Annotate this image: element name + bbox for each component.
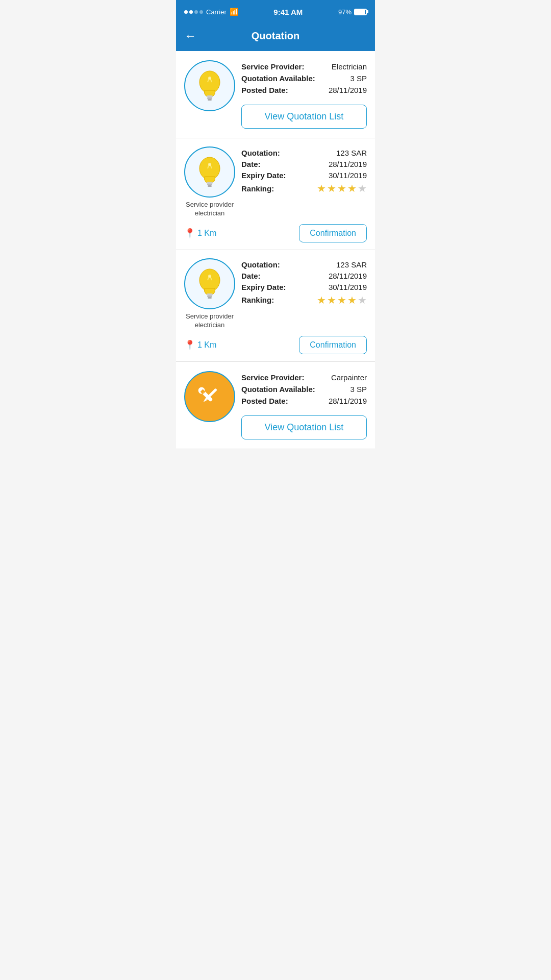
svg-rect-12 [207,296,212,297]
date-row-1: Date: 28/11/2019 [241,160,367,168]
status-time: 9:41 AM [273,8,303,16]
service-provider-row: Service Provider: Electrician [241,62,367,71]
carpenter-service-label: Service Provider: [241,373,304,382]
status-left: Carrier 📶 [184,8,238,16]
carpenter-posted-value: 28/11/2019 [329,397,367,405]
quotation-available-value: 3 SP [350,74,367,83]
svg-rect-6 [207,182,213,184]
battery-icon [354,9,367,15]
back-button[interactable]: ← [184,29,196,43]
quote-2-footer: 📍 1 Km Confirmation [184,330,367,361]
quote-2-main: Service providerelectrician Quotation: 1… [184,258,367,330]
star-1-5: ★ [358,182,367,194]
carpenter-service-value: Carpainter [331,373,367,382]
electrician-listing-row: Service Provider: Electrician Quotation … [184,60,367,129]
electrician-info-block: Service Provider: Electrician Quotation … [241,60,367,129]
bulb-svg-2 [194,154,225,190]
expiry-value-1: 30/11/2019 [329,171,367,180]
svg-point-10 [199,269,220,291]
tools-svg [196,382,224,410]
signal-indicator [184,10,203,14]
date-value-2: 28/11/2019 [329,272,367,280]
confirmation-button-1[interactable]: Confirmation [299,224,367,242]
date-row-2: Date: 28/11/2019 [241,272,367,280]
provider-label-2: Service providerelectrician [186,312,234,330]
electrician-quote-card-1: Service providerelectrician Quotation: 1… [176,138,375,250]
view-quotation-list-button-1[interactable]: View Quotation List [241,105,367,129]
location-distance-2: 1 Km [197,340,216,350]
quotation-available-row: Quotation Available: 3 SP [241,74,367,83]
page-title: Quotation [252,30,299,42]
star-2-3: ★ [337,294,346,306]
quotation-available-label: Quotation Available: [241,74,315,83]
star-2-2: ★ [327,294,336,306]
svg-point-14 [208,275,211,278]
carpenter-quotation-row: Quotation Available: 3 SP [241,385,367,394]
expiry-label-2: Expiry Date: [241,283,286,291]
date-value-1: 28/11/2019 [329,160,367,168]
carpenter-listing-row: Service Provider: Carpainter Quotation A… [184,371,367,439]
date-label-2: Date: [241,272,261,280]
carpenter-posted-label: Posted Date: [241,397,288,405]
header: ← Quotation [176,22,375,51]
signal-dot-4 [199,10,203,14]
location-distance-1: 1 Km [197,229,216,238]
ranking-stars-2: ★ ★ ★ ★ ★ [317,294,367,306]
quote-2-avatar [184,258,235,309]
carpenter-service-provider-row: Service Provider: Carpainter [241,373,367,382]
svg-point-9 [208,163,211,166]
posted-date-row: Posted Date: 28/11/2019 [241,86,367,94]
expiry-label-1: Expiry Date: [241,171,286,180]
quotation-amount-row-1: Quotation: 123 SAR [241,149,367,157]
provider-label-1: Service providerelectrician [186,201,234,218]
view-quotation-list-button-2[interactable]: View Quotation List [241,415,367,439]
star-2-1: ★ [317,294,326,306]
battery-fill [355,10,365,14]
quote-1-avatar [184,146,235,198]
carpenter-avatar [184,371,235,422]
wifi-icon: 📶 [230,8,238,16]
star-2-5: ★ [358,294,367,306]
content: Service Provider: Electrician Quotation … [176,51,375,449]
ranking-stars-1: ★ ★ ★ ★ ★ [317,182,367,194]
quote-2-avatar-group: Service providerelectrician [184,258,235,330]
expiry-row-1: Expiry Date: 30/11/2019 [241,171,367,180]
ranking-label-1: Ranking: [241,184,274,193]
quote-1-main: Service providerelectrician Quotation: 1… [184,146,367,218]
posted-date-label: Posted Date: [241,86,288,94]
svg-point-4 [208,77,211,80]
quote-1-avatar-group: Service providerelectrician [184,146,235,218]
quotation-value-1: 123 SAR [336,149,367,157]
ranking-row-1: Ranking: ★ ★ ★ ★ ★ [241,182,367,194]
svg-rect-1 [207,95,213,97]
signal-dot-2 [189,10,193,14]
carpenter-quotation-label: Quotation Available: [241,385,315,394]
star-1-3: ★ [337,182,346,194]
svg-rect-11 [207,293,213,296]
confirmation-button-2[interactable]: Confirmation [299,336,367,354]
carpenter-info-block: Service Provider: Carpainter Quotation A… [241,371,367,439]
svg-rect-3 [208,99,212,101]
location-1: 📍 1 Km [184,228,216,239]
bulb-svg [194,68,225,104]
carpenter-listing-card: Service Provider: Carpainter Quotation A… [176,362,375,449]
carpenter-posted-row: Posted Date: 28/11/2019 [241,397,367,405]
posted-date-value: 28/11/2019 [329,86,367,94]
electrician-quote-card-2: Service providerelectrician Quotation: 1… [176,250,375,362]
location-pin-icon-1: 📍 [184,228,195,239]
quotation-amount-row-2: Quotation: 123 SAR [241,260,367,269]
quote-1-details: Quotation: 123 SAR Date: 28/11/2019 Expi… [241,146,367,194]
quotation-label-1: Quotation: [241,149,280,157]
quote-2-details: Quotation: 123 SAR Date: 28/11/2019 Expi… [241,258,367,306]
date-label-1: Date: [241,160,261,168]
star-1-1: ★ [317,182,326,194]
electrician-avatar [184,60,235,111]
svg-rect-13 [208,297,212,299]
electrician-listing-card: Service Provider: Electrician Quotation … [176,51,375,138]
star-1-2: ★ [327,182,336,194]
service-provider-label: Service Provider: [241,62,304,71]
carpenter-quotation-value: 3 SP [350,385,367,394]
svg-rect-7 [207,184,212,185]
svg-point-0 [199,71,220,93]
expiry-value-2: 30/11/2019 [329,283,367,291]
